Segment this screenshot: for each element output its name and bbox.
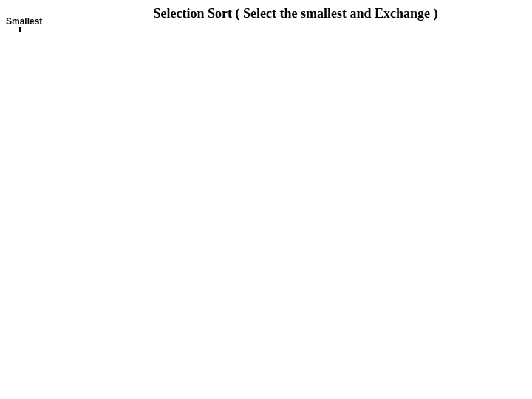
page-title: Selection Sort ( Select the smallest and… [65, 6, 526, 21]
smallest-label: Smallest [6, 16, 42, 27]
arrow-down-icon [19, 27, 21, 32]
